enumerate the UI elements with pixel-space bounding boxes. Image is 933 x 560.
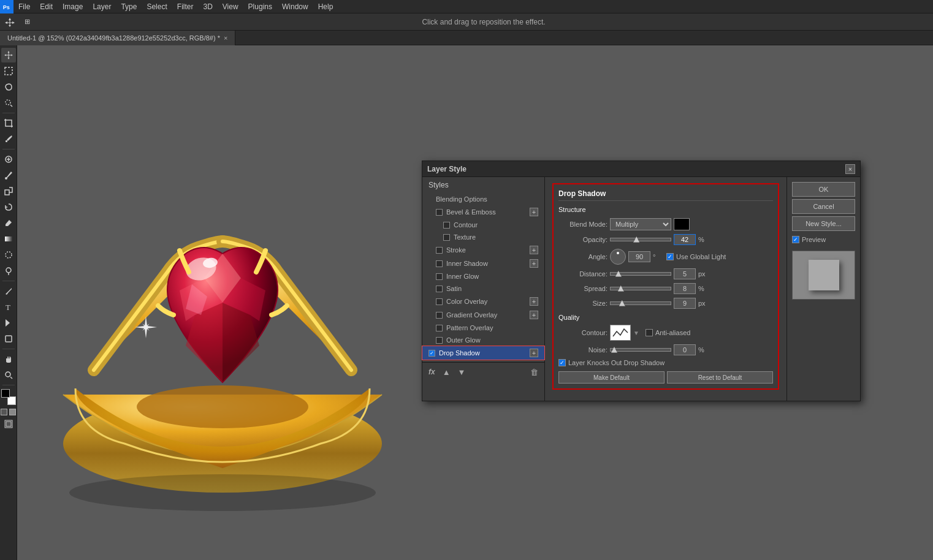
style-color-overlay[interactable]: Color Overlay +: [422, 295, 544, 308]
layer-style-dialog[interactable]: Layer Style × Styles Blending Options Be…: [422, 161, 861, 401]
spread-slider[interactable]: [610, 287, 671, 290]
noise-slider[interactable]: [610, 348, 671, 352]
opacity-input[interactable]: [674, 234, 696, 245]
contour-preview[interactable]: [610, 325, 631, 341]
blend-color-swatch[interactable]: [674, 218, 690, 230]
stroke-checkbox[interactable]: [436, 247, 443, 254]
menu-filter[interactable]: Filter: [172, 0, 199, 13]
color-overlay-add-btn[interactable]: +: [530, 297, 538, 306]
menu-plugins[interactable]: Plugins: [243, 0, 277, 13]
use-global-light-checkbox[interactable]: [666, 253, 674, 260]
distance-input[interactable]: [674, 268, 696, 279]
style-outer-glow[interactable]: Outer Glow: [422, 334, 544, 346]
color-overlay-checkbox[interactable]: [436, 298, 443, 305]
outer-glow-checkbox[interactable]: [436, 337, 443, 344]
preview-checkbox[interactable]: [792, 236, 799, 243]
background-color-swatch[interactable]: [7, 396, 16, 405]
hand-tool[interactable]: [1, 352, 16, 366]
menu-file[interactable]: File: [13, 0, 35, 13]
lasso-tool[interactable]: [1, 80, 16, 94]
transform-controls-icon[interactable]: ⊞: [21, 16, 33, 28]
zoom-tool[interactable]: [1, 368, 16, 382]
noise-input[interactable]: [674, 344, 696, 355]
style-stroke[interactable]: Stroke +: [422, 243, 544, 257]
style-bevel-emboss[interactable]: Bevel & Emboss +: [422, 205, 544, 219]
gradient-overlay-checkbox[interactable]: [436, 312, 443, 319]
spread-slider-thumb[interactable]: [618, 286, 624, 292]
distance-slider-thumb[interactable]: [615, 271, 622, 277]
stroke-add-btn[interactable]: +: [530, 246, 538, 254]
blend-mode-select[interactable]: Multiply Normal Screen: [610, 218, 671, 230]
bevel-checkbox[interactable]: [436, 209, 443, 216]
styles-header[interactable]: Styles: [422, 177, 544, 193]
dodge-tool[interactable]: [1, 263, 16, 278]
opacity-slider[interactable]: [610, 238, 671, 241]
standard-mode-btn[interactable]: [1, 409, 7, 415]
style-satin[interactable]: Satin: [422, 282, 544, 295]
satin-checkbox[interactable]: [436, 286, 443, 292]
canvas-content[interactable]: [17, 45, 428, 560]
fx-icon[interactable]: fx: [426, 366, 438, 378]
distance-slider[interactable]: [610, 272, 671, 276]
path-select-tool[interactable]: [1, 316, 16, 330]
eraser-tool[interactable]: [1, 216, 16, 230]
history-brush-tool[interactable]: [1, 200, 16, 214]
delete-icon[interactable]: 🗑: [528, 366, 541, 378]
screen-mode-btn[interactable]: [4, 419, 13, 431]
drop-shadow-checkbox[interactable]: [428, 350, 435, 357]
move-tool[interactable]: [1, 48, 16, 62]
inner-shadow-add-btn[interactable]: +: [530, 259, 538, 268]
contour-dropdown-icon[interactable]: ▼: [633, 330, 639, 336]
inner-shadow-checkbox[interactable]: [436, 260, 443, 267]
quick-mask-btn[interactable]: [9, 409, 16, 415]
quick-select-tool[interactable]: [1, 96, 16, 110]
menu-edit[interactable]: Edit: [35, 0, 58, 13]
style-blending-options[interactable]: Blending Options: [422, 193, 544, 205]
style-pattern-overlay[interactable]: Pattern Overlay: [422, 322, 544, 334]
size-slider[interactable]: [610, 301, 671, 305]
dialog-close-btn[interactable]: ×: [845, 164, 855, 174]
gradient-overlay-add-btn[interactable]: +: [530, 311, 538, 319]
shape-tool[interactable]: [1, 331, 16, 346]
pen-tool[interactable]: [1, 284, 16, 298]
angle-widget[interactable]: [610, 249, 626, 265]
texture-checkbox[interactable]: [443, 234, 450, 241]
style-texture[interactable]: Texture: [422, 231, 544, 243]
selection-tool[interactable]: [1, 64, 16, 78]
ok-button[interactable]: OK: [792, 182, 855, 197]
blur-tool[interactable]: [1, 248, 16, 262]
menu-image[interactable]: Image: [58, 0, 88, 13]
menu-window[interactable]: Window: [277, 0, 313, 13]
inner-glow-checkbox[interactable]: [436, 273, 443, 280]
text-tool[interactable]: T: [1, 300, 16, 314]
drop-shadow-add-btn[interactable]: +: [530, 349, 538, 357]
tab-close-btn[interactable]: ×: [224, 34, 227, 42]
move-up-icon[interactable]: ▲: [440, 366, 453, 378]
document-tab[interactable]: Untitled-1 @ 152% (0242a34049fb3a1288e91…: [0, 31, 235, 45]
style-contour[interactable]: Contour: [422, 219, 544, 231]
foreground-color-swatch[interactable]: [1, 389, 10, 398]
brush-tool[interactable]: [1, 168, 16, 183]
menu-select[interactable]: Select: [142, 0, 172, 13]
cancel-button[interactable]: Cancel: [792, 199, 855, 214]
crop-tool[interactable]: [1, 116, 16, 131]
bevel-add-btn[interactable]: +: [530, 208, 538, 216]
size-input[interactable]: [674, 298, 696, 309]
angle-input[interactable]: [628, 251, 650, 262]
menu-help[interactable]: Help: [313, 0, 338, 13]
spread-input[interactable]: [674, 283, 696, 294]
style-inner-glow[interactable]: Inner Glow: [422, 270, 544, 282]
size-slider-thumb[interactable]: [619, 300, 625, 306]
menu-layer[interactable]: Layer: [88, 0, 116, 13]
menu-view[interactable]: View: [218, 0, 243, 13]
noise-slider-thumb[interactable]: [611, 347, 617, 353]
healing-brush-tool[interactable]: [1, 152, 16, 167]
menu-type[interactable]: Type: [116, 0, 142, 13]
pattern-overlay-checkbox[interactable]: [436, 325, 443, 331]
make-default-btn[interactable]: Make Default: [558, 371, 665, 384]
contour-checkbox[interactable]: [443, 222, 450, 229]
menu-3d[interactable]: 3D: [198, 0, 217, 13]
style-inner-shadow[interactable]: Inner Shadow +: [422, 257, 544, 270]
layer-knocks-checkbox[interactable]: [558, 359, 566, 366]
style-gradient-overlay[interactable]: Gradient Overlay +: [422, 308, 544, 322]
